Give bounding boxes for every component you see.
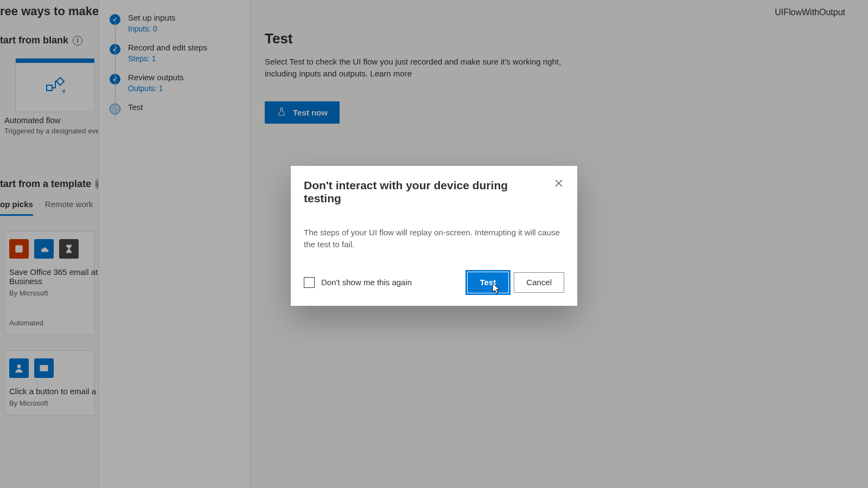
modal-overlay: Don't interact with your device during t… [0, 0, 868, 488]
test-warning-dialog: Don't interact with your device during t… [291, 166, 577, 306]
test-button-label: Test [480, 278, 496, 287]
dialog-title: Don't interact with your device during t… [304, 179, 564, 205]
dialog-body: The steps of your UI flow will replay on… [304, 227, 564, 251]
dont-show-label: Don't show me this again [321, 278, 412, 287]
cancel-button-label: Cancel [526, 278, 552, 287]
close-icon [555, 179, 563, 189]
test-button[interactable]: Test [468, 272, 509, 293]
dont-show-again-option[interactable]: Don't show me this again [304, 277, 462, 288]
cancel-button[interactable]: Cancel [514, 272, 564, 293]
checkbox[interactable] [304, 277, 315, 288]
close-button[interactable] [551, 177, 566, 192]
